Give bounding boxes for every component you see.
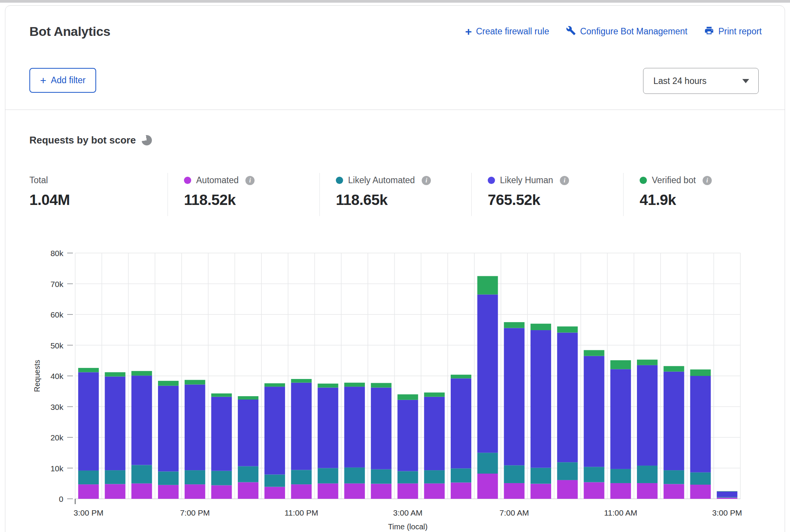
bar-segment <box>185 470 205 484</box>
bar-segment <box>451 375 471 379</box>
bar-segment <box>424 484 445 499</box>
info-icon[interactable]: i <box>422 176 431 185</box>
bar-segment <box>105 470 126 484</box>
print-report-label: Print report <box>718 26 762 37</box>
bar-segment <box>371 388 392 469</box>
header-actions: + Create firewall rule Configure Bot Man… <box>465 26 762 38</box>
bar-segment <box>504 465 524 483</box>
page-title: Bot Analytics <box>29 24 110 39</box>
bar-segment <box>477 474 498 499</box>
bar-segment <box>185 385 205 471</box>
stat-label-row: Likely Automated i <box>336 175 471 185</box>
plus-icon: + <box>465 27 472 36</box>
y-tick-label: 60k <box>50 310 63 319</box>
bar-segment <box>717 492 737 497</box>
x-tick-label: 7:00 PM <box>180 508 210 517</box>
x-tick-label: 3:00 PM <box>74 508 103 517</box>
bar-segment <box>424 392 445 397</box>
bar-segment <box>211 471 232 485</box>
add-filter-label: Add filter <box>51 75 85 85</box>
stat-total-label: Total <box>29 175 48 185</box>
pie-chart-icon <box>142 135 152 145</box>
bar-segment <box>690 376 711 472</box>
likely-human-dot <box>488 177 495 184</box>
bar-segment <box>557 326 578 332</box>
bar-segment <box>424 470 445 484</box>
bar-segment <box>105 484 126 499</box>
bar-segment <box>504 328 524 465</box>
stat-likely-human: Likely Human i 765.52k <box>471 173 623 216</box>
configure-bot-management-link[interactable]: Configure Bot Management <box>566 26 687 38</box>
bar-segment <box>637 466 658 483</box>
card-header: Bot Analytics + Create firewall rule Con… <box>5 6 785 110</box>
time-range-select[interactable]: Last 24 hours <box>643 68 759 94</box>
bar-segment <box>398 484 418 499</box>
bar-segment <box>105 372 126 376</box>
bar-segment <box>158 471 179 485</box>
stat-likely-automated-label: Likely Automated <box>348 175 415 185</box>
create-firewall-rule-link[interactable]: + Create firewall rule <box>465 26 549 37</box>
bar-segment <box>530 468 551 484</box>
bar-segment <box>557 332 578 462</box>
bar-segment <box>185 380 205 384</box>
configure-bot-management-label: Configure Bot Management <box>580 26 687 37</box>
stat-verified-bot-value: 41.9k <box>640 192 775 208</box>
stat-total: Total 1.04M <box>29 173 168 216</box>
bar-segment <box>131 371 152 376</box>
stat-automated-label: Automated <box>196 175 239 185</box>
y-tick-label: 50k <box>50 341 63 350</box>
bar-segment <box>131 465 152 483</box>
bar-segment <box>637 365 658 466</box>
bar-segment <box>530 324 551 330</box>
info-icon[interactable]: i <box>560 176 569 185</box>
bar-segment <box>344 484 365 499</box>
stat-label-row: Total <box>29 175 168 185</box>
stat-likely-automated-value: 118.65k <box>336 192 471 208</box>
bar-segment <box>610 483 631 499</box>
y-tick-label: 80k <box>50 249 63 258</box>
bar-segment <box>557 480 578 499</box>
bar-segment <box>238 396 258 400</box>
bar-segment <box>318 484 338 499</box>
bar-segment <box>637 360 658 365</box>
bar-segment <box>664 484 684 499</box>
y-tick-label: 10k <box>50 464 63 473</box>
bar-segment <box>371 469 392 484</box>
bar-segment <box>318 468 338 484</box>
bar-segment <box>530 330 551 468</box>
title-row: Bot Analytics + Create firewall rule Con… <box>5 6 785 39</box>
info-icon[interactable]: i <box>245 176 255 185</box>
bar-segment <box>477 295 498 453</box>
bar-segment <box>398 400 418 471</box>
section-title-row: Requests by bot score <box>29 134 785 146</box>
bar-segment <box>238 400 258 466</box>
bar-segment <box>105 377 126 471</box>
stat-automated: Automated i 118.52k <box>168 173 319 216</box>
stats-row: Total 1.04M Automated i 118.52k Likely A… <box>29 173 785 216</box>
chevron-down-icon <box>742 79 749 83</box>
x-tick-label: 11:00 AM <box>604 508 637 517</box>
bar-segment <box>158 485 179 499</box>
add-filter-button[interactable]: + Add filter <box>29 68 96 93</box>
bar-segment <box>211 397 232 471</box>
bar-segment <box>264 387 285 474</box>
bar-segment <box>264 487 285 499</box>
bar-segment <box>291 383 312 470</box>
bar-segment <box>238 466 258 482</box>
y-tick-label: 20k <box>50 433 63 442</box>
y-tick-label: 30k <box>50 403 63 411</box>
bar-segment <box>610 360 631 369</box>
bar-segment <box>78 484 99 499</box>
bar-segment <box>264 474 285 487</box>
bar-segment <box>584 482 605 499</box>
x-axis-title: Time (local) <box>388 522 428 531</box>
bar-segment <box>451 482 471 499</box>
bar-segment <box>78 368 99 372</box>
print-report-link[interactable]: Print report <box>704 26 762 38</box>
bar-segment <box>131 484 152 499</box>
bar-segment <box>664 366 684 371</box>
wrench-icon <box>566 26 576 38</box>
bar-segment <box>158 381 179 386</box>
bar-segment <box>291 484 312 499</box>
info-icon[interactable]: i <box>703 176 712 185</box>
